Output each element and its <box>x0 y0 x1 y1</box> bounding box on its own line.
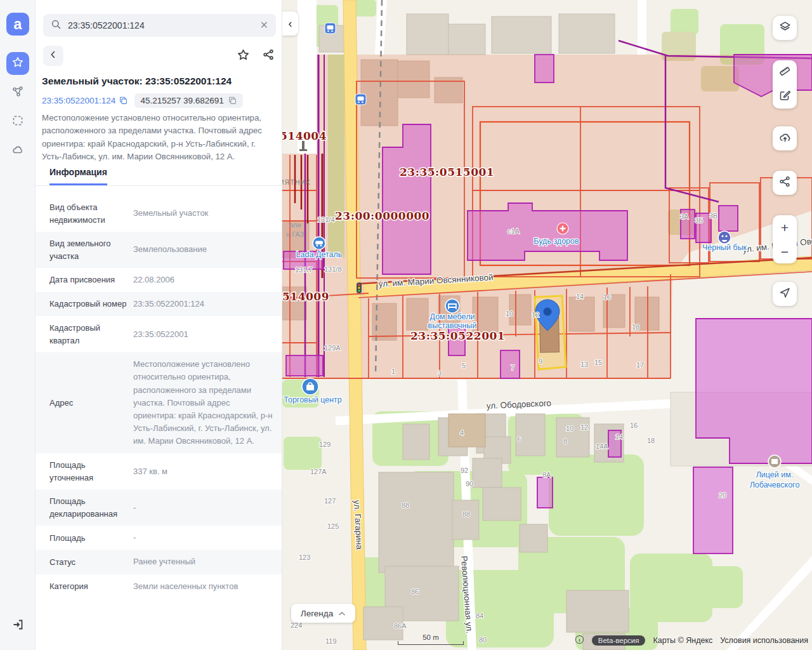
traffic-light-icon <box>357 282 362 293</box>
svg-text:1: 1 <box>391 368 395 375</box>
bus-stop-icon <box>355 94 366 105</box>
table-row: Площадь уточненная337 кв. м <box>36 453 282 489</box>
row-value: 337 кв. м <box>133 465 167 478</box>
copy-icon[interactable] <box>228 96 237 105</box>
zoom-out-button[interactable]: − <box>773 239 797 263</box>
terms-link[interactable]: Условия использования <box>720 636 808 645</box>
table-row: Дата присвоения22.08.2006 <box>36 268 282 292</box>
svg-text:7: 7 <box>511 364 514 371</box>
search-icon <box>51 19 62 32</box>
search-bar[interactable]: ✕ <box>43 14 276 37</box>
svg-text:23:00:0000000: 23:00:0000000 <box>335 209 429 222</box>
star-outline-icon <box>237 48 250 64</box>
scale-label: 50 m <box>398 633 464 641</box>
svg-text:14: 14 <box>576 293 584 300</box>
row-value: Местоположение установлено относительно … <box>133 358 273 448</box>
svg-text:123: 123 <box>299 554 310 561</box>
svg-text:3Б: 3Б <box>695 216 703 224</box>
svg-text:514009: 514009 <box>282 290 329 303</box>
row-value: 22.08.2006 <box>133 274 174 286</box>
svg-text:10: 10 <box>506 310 513 317</box>
svg-text:выставочный: выставочный <box>428 321 477 330</box>
svg-text:8: 8 <box>563 437 567 445</box>
svg-text:127А: 127А <box>310 468 327 475</box>
info-panel: ✕ Земельный участок: 23:35:0522001:124 2… <box>36 0 282 650</box>
svg-text:80: 80 <box>479 636 487 644</box>
sidebar-item-select-area[interactable] <box>6 110 29 133</box>
svg-text:10: 10 <box>566 425 573 432</box>
ruler-button[interactable] <box>773 60 797 84</box>
zoom-control: + − <box>773 215 797 263</box>
zoom-in-button[interactable]: + <box>773 215 797 239</box>
svg-text:5: 5 <box>462 362 466 369</box>
sidebar-item-favorites[interactable] <box>6 52 29 75</box>
row-value: 23:35:0522001 <box>133 328 188 341</box>
cadastral-number-link[interactable]: 23:35:0522001:124 <box>42 96 128 105</box>
svg-text:16: 16 <box>630 421 638 429</box>
login-button[interactable] <box>6 614 29 637</box>
locate-button[interactable] <box>773 282 797 306</box>
share-button[interactable] <box>261 48 276 63</box>
maps-copyright[interactable]: Карты © Яндекс <box>653 636 712 645</box>
map-canvas[interactable]: ул. им. Марии Овсянниковой ул. им. Марии… <box>282 0 812 650</box>
svg-text:92: 92 <box>461 467 468 474</box>
row-label: Категория <box>49 580 127 593</box>
edit-button[interactable] <box>773 84 797 109</box>
cloud-upload-icon <box>778 131 792 147</box>
table-row: Вид объекта недвижимостиЗемельный участо… <box>36 196 282 232</box>
poi-icon-furniture <box>445 299 459 313</box>
svg-text:16: 16 <box>603 293 611 301</box>
upload-control <box>773 126 797 150</box>
collapse-panel-button[interactable]: ‹ <box>282 11 298 36</box>
svg-text:119: 119 <box>325 637 337 645</box>
page-title: Земельный участок: 23:35:0522001:124 <box>42 76 278 87</box>
svg-text:86: 86 <box>411 588 419 595</box>
svg-text:н ГАЗ: н ГАЗ <box>286 230 304 238</box>
row-value: - <box>133 501 136 514</box>
tabs-bar: Информация <box>36 167 282 186</box>
svg-text:88: 88 <box>462 510 470 518</box>
row-label: Кадастровый квартал <box>49 322 127 347</box>
scale-bar: 50 m <box>398 633 464 645</box>
svg-text:23:35:0522001: 23:35:0522001 <box>410 329 505 342</box>
search-input[interactable] <box>68 20 260 30</box>
sidebar-item-layers-graph[interactable] <box>6 81 29 104</box>
svg-text:Лицей им.: Лицей им. <box>756 470 794 479</box>
table-row: Вид земельного участкаЗемлепользование <box>36 232 282 268</box>
svg-text:6: 6 <box>517 435 521 443</box>
share-map-button[interactable] <box>773 171 797 195</box>
back-button[interactable] <box>43 46 63 66</box>
svg-text:20: 20 <box>719 491 726 499</box>
svg-text:14: 14 <box>615 433 623 441</box>
table-row: Площадь декларированная- <box>36 489 282 526</box>
svg-text:Дом мебели: Дом мебели <box>430 312 475 321</box>
copy-icon[interactable] <box>119 96 128 105</box>
object-description: Местоположение установлено относительно … <box>42 112 278 164</box>
legend-button[interactable]: Легенда <box>291 604 355 623</box>
app-logo[interactable]: a <box>6 13 29 36</box>
svg-text:14А: 14А <box>596 442 608 450</box>
sidebar-item-cloud[interactable] <box>6 140 29 162</box>
table-row: СтатусРанее учтенный <box>36 550 282 574</box>
chevron-up-icon <box>338 609 346 618</box>
row-label: Площадь уточненная <box>49 459 127 484</box>
svg-text:Лобачевского: Лобачевского <box>750 481 800 489</box>
layers-button[interactable] <box>773 16 797 40</box>
row-label: Вид земельного участка <box>49 237 127 262</box>
select-area-icon <box>11 114 24 129</box>
tab-information[interactable]: Информация <box>49 167 107 185</box>
app-root: a ✕ <box>0 0 812 650</box>
map-building <box>449 414 485 447</box>
star-icon <box>11 56 24 71</box>
row-value: Земли населенных пунктов <box>133 580 238 593</box>
info-icon[interactable] <box>575 635 584 646</box>
chevron-left-icon <box>48 49 59 63</box>
cloud-icon <box>11 143 24 159</box>
svg-text:131/8: 131/8 <box>324 265 342 273</box>
svg-text:МЯТНИК: МЯТНИК <box>282 179 311 186</box>
beta-badge: Beta-версия <box>592 635 646 646</box>
upload-button[interactable] <box>773 126 797 150</box>
row-value: - <box>133 531 136 544</box>
favorite-button[interactable] <box>235 48 251 63</box>
clear-search-icon[interactable]: ✕ <box>260 20 268 30</box>
